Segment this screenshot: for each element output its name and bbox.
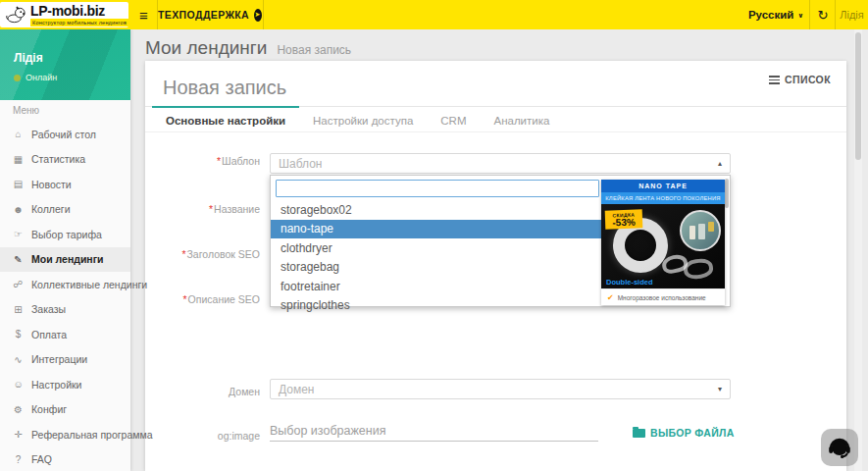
og-image-input[interactable]: Выбор изображения bbox=[270, 422, 598, 442]
list-icon bbox=[769, 76, 780, 84]
sidebar-item-tariff[interactable]: ☞Выбор тарифа bbox=[0, 222, 130, 247]
caret-down-icon: ▾ bbox=[718, 385, 722, 393]
news-icon: ▤ bbox=[12, 179, 25, 189]
template-preview: NANO TAPE КЛЕЙКАЯ ЛЕНТА НОВОГО ПОКОЛЕНИЯ… bbox=[601, 180, 725, 305]
name-label: Название bbox=[145, 203, 260, 215]
template-dropdown: storagebox02 nano-tape clothdryer storag… bbox=[270, 175, 731, 307]
plug-icon: ∿ bbox=[12, 354, 25, 365]
domain-select[interactable]: Домен ▾ bbox=[270, 379, 731, 399]
language-label: Русский bbox=[748, 9, 793, 21]
support-button[interactable]: ТЕХПОДДЕРЖКА ➤ bbox=[158, 0, 262, 29]
sidebar-item-statistics[interactable]: ▦Статистика bbox=[0, 147, 130, 173]
main-content: Мои лендинги Новая запись Новая запись С… bbox=[130, 29, 868, 471]
breadcrumb-sub: Новая запись bbox=[277, 43, 351, 57]
template-search-input[interactable] bbox=[276, 180, 599, 197]
tab-crm[interactable]: CRM bbox=[427, 107, 480, 133]
option-nano-tape[interactable]: nano-tape bbox=[271, 220, 604, 239]
scrollbar-thumb[interactable] bbox=[855, 32, 861, 160]
user-plus-icon: ✛ bbox=[12, 429, 25, 440]
sidebar-menu: ⌂Рабочий стол ▦Статистика ▤Новости ☻Колл… bbox=[0, 122, 130, 471]
caret-up-icon: ▴ bbox=[718, 159, 722, 168]
sidebar-item-dashboard[interactable]: ⌂Рабочий стол bbox=[0, 122, 130, 147]
support-chat-button[interactable] bbox=[821, 429, 858, 466]
user-menu[interactable]: Лідія bbox=[836, 0, 868, 29]
logo-title: LP-mobi.biz bbox=[30, 4, 128, 18]
sidebar-user-panel: Лідія Онлайн bbox=[0, 29, 130, 100]
headset-icon bbox=[827, 435, 852, 460]
discount-badge: СКИДКА -53% bbox=[605, 209, 643, 229]
cart-icon: ⊞ bbox=[12, 304, 25, 315]
topbar-divider bbox=[263, 0, 264, 29]
option-springclothes[interactable]: springclothes bbox=[271, 296, 604, 316]
sidebar: Лідія Онлайн Меню ⌂Рабочий стол ▦Статист… bbox=[0, 29, 130, 471]
seo-description-label: Описание SEO bbox=[145, 293, 260, 305]
online-dot-icon bbox=[14, 75, 21, 81]
online-label: Онлайн bbox=[26, 73, 57, 82]
seo-title-label: Заголовок SEO bbox=[145, 248, 260, 260]
gear-icon: ⚙ bbox=[12, 404, 25, 415]
logo[interactable]: LP-mobi.biz Конструктор мобильных лендин… bbox=[0, 2, 128, 27]
sidebar-item-integrations[interactable]: ∿Интеграции bbox=[0, 347, 130, 373]
support-label: ТЕХПОДДЕРЖКА bbox=[158, 9, 249, 21]
sidebar-item-referral[interactable]: ✛Реферальная программа bbox=[0, 422, 130, 447]
user-icon: ☺ bbox=[12, 379, 25, 390]
sidebar-user-name: Лідія bbox=[14, 51, 43, 65]
option-storagebag[interactable]: storagebag bbox=[271, 258, 604, 278]
refresh-icon[interactable]: ↻ bbox=[810, 0, 836, 29]
form-card: Новая запись СПИСОК Основные настройки Н… bbox=[145, 61, 846, 471]
tab-main-settings[interactable]: Основные настройки bbox=[152, 107, 299, 133]
top-bar: LP-mobi.biz Конструктор мобильных лендин… bbox=[0, 0, 868, 29]
pencil-icon: ✎ bbox=[12, 254, 25, 265]
preview-caption: Double-sided bbox=[606, 278, 653, 287]
sidebar-item-colleagues[interactable]: ☻Коллеги bbox=[0, 197, 130, 223]
option-storagebox02[interactable]: storagebox02 bbox=[271, 200, 604, 220]
tab-analytics[interactable]: Аналитика bbox=[480, 107, 563, 133]
sidebar-item-orders[interactable]: ⊞Заказы bbox=[0, 297, 130, 323]
template-options-list: storagebox02 nano-tape clothdryer storag… bbox=[271, 200, 604, 315]
colleagues-icon: ☻ bbox=[12, 204, 25, 215]
sidebar-item-config[interactable]: ⚙Конфиг bbox=[0, 397, 130, 423]
stats-icon: ▦ bbox=[12, 154, 25, 165]
share-icon: ☍ bbox=[12, 279, 25, 289]
sidebar-item-payment[interactable]: $Оплата bbox=[0, 322, 130, 347]
dropdown-scrollbar[interactable] bbox=[725, 179, 729, 208]
app-window: LP-mobi.biz Конструктор мобильных лендин… bbox=[0, 0, 868, 471]
hamburger-menu-icon[interactable]: ≡ bbox=[130, 0, 157, 29]
tabs-bar: Основные настройки Настройки доступа CRM… bbox=[145, 106, 846, 132]
choose-file-button[interactable]: ВЫБОР ФАЙЛА bbox=[633, 427, 735, 439]
tariff-hand-icon: ☞ bbox=[12, 229, 25, 239]
sidebar-user-status: Онлайн bbox=[14, 73, 57, 82]
sidebar-item-collective-landings[interactable]: ☍Коллективные лендинги bbox=[0, 272, 130, 297]
logo-subtitle: Конструктор мобильных лендингов bbox=[30, 19, 128, 26]
menu-section-label: Меню bbox=[13, 105, 39, 116]
preview-feature-row: ✔ Многоразовое использование bbox=[601, 288, 725, 305]
question-icon: ? bbox=[12, 454, 25, 465]
option-clothdryer[interactable]: clothdryer bbox=[271, 238, 604, 258]
folder-icon bbox=[633, 429, 645, 438]
template-label: Шаблон bbox=[145, 155, 260, 167]
tab-access-settings[interactable]: Настройки доступа bbox=[299, 107, 427, 133]
inset-photo bbox=[680, 210, 721, 251]
option-footretainer[interactable]: footretainer bbox=[271, 277, 604, 296]
preview-title: NANO TAPE bbox=[601, 180, 725, 192]
list-button[interactable]: СПИСОК bbox=[769, 74, 831, 85]
chevron-down-icon: ∨ bbox=[797, 12, 803, 20]
desktop-icon: ⌂ bbox=[12, 129, 25, 139]
check-icon: ✔ bbox=[607, 293, 614, 302]
dollar-icon: $ bbox=[12, 329, 25, 340]
telegram-icon: ➤ bbox=[254, 9, 262, 22]
preview-image: СКИДКА -53% Double-sided bbox=[601, 204, 725, 288]
sidebar-item-faq[interactable]: ?FAQ bbox=[0, 447, 130, 471]
window-scrollbar bbox=[854, 29, 862, 471]
template-select[interactable]: Шаблон ▴ bbox=[270, 153, 731, 174]
card-heading: Новая запись bbox=[163, 77, 286, 99]
language-selector[interactable]: Русский ∨ bbox=[741, 0, 810, 29]
preview-subtitle: КЛЕЙКАЯ ЛЕНТА НОВОГО ПОКОЛЕНИЯ bbox=[601, 192, 725, 204]
sidebar-item-my-landings[interactable]: ✎Мои лендинги bbox=[0, 247, 130, 273]
og-image-label: og:image bbox=[145, 430, 260, 442]
breadcrumb: Мои лендинги Новая запись bbox=[145, 37, 351, 59]
sidebar-item-settings[interactable]: ☺Настройки bbox=[0, 372, 130, 397]
sidebar-item-news[interactable]: ▤Новости bbox=[0, 172, 130, 197]
page-title: Мои лендинги bbox=[145, 37, 267, 59]
dog-logo-icon bbox=[6, 6, 26, 24]
